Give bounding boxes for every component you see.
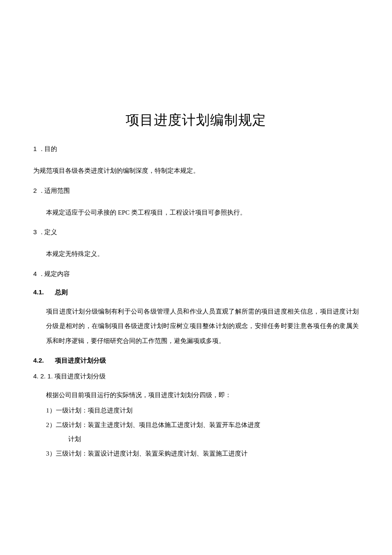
section-4-1-heading: 4.1.总则 — [33, 288, 359, 296]
document-page: 项目进度计划编制规定 1 .目的 为规范项目各级各类进度计划的编制深度，特制定本… — [0, 0, 392, 461]
paragraph-1: 为规范项目各级各类进度计划的编制深度，特制定本规定。 — [33, 163, 359, 178]
section-1-heading: 1 .目的 — [33, 145, 359, 153]
section-2-num: 2 — [33, 187, 37, 194]
paragraph-2: 本规定适应于公司承接的 EPC 类工程项目，工程设计项目可参照执行。 — [33, 205, 359, 220]
section-4-num: 4 — [33, 270, 37, 277]
list-item-2-line1: 2）二级计划：装置主进度计划、项目总体施工进度计划、装置开车总体进度 — [46, 421, 260, 428]
section-3-num: 3 — [33, 228, 37, 235]
section-2-label: 适用范围 — [44, 187, 70, 194]
list-item-2: 2）二级计划：装置主进度计划、项目总体施工进度计划、装置开车总体进度 计划 — [33, 418, 359, 447]
section-2-heading: 2 .适用范围 — [33, 187, 359, 195]
section-1-label: 目的 — [44, 145, 57, 152]
list-item-2-line2: 计划 — [46, 432, 359, 447]
section-4-2-heading: 4.2.项目进度计划分级 — [33, 357, 359, 365]
section-4-2-num: 4.2. — [33, 357, 44, 364]
section-3-dot: . — [41, 229, 43, 235]
section-4-dot: . — [41, 270, 43, 277]
section-1-num: 1 — [33, 145, 37, 152]
section-3-label: 定义 — [44, 229, 57, 235]
section-2-dot: . — [41, 187, 43, 194]
section-1-dot: . — [41, 145, 43, 152]
section-4-1-label: 总则 — [55, 289, 68, 296]
paragraph-4-1: 项目进度计划分级编制有利于公司各级管理人员和作业人员直观了解所需的项目进度相关信… — [33, 304, 359, 349]
paragraph-4-2-1: 根据公司目前项目运行的实际情况，项目进度计划划分四级，即： — [33, 388, 359, 403]
list-item-3: 3）三级计划：装置设计进度计划、装置采购进度计划、装置施工进度计 — [33, 447, 359, 461]
paragraph-3: 本规定无特殊定义。 — [33, 247, 359, 262]
document-title: 项目进度计划编制规定 — [33, 111, 359, 130]
section-4-1-num: 4.1. — [33, 288, 44, 296]
list-item-1: 1）一级计划：项目总进度计划 — [33, 404, 359, 418]
section-4-heading: 4 .规定内容 — [33, 270, 359, 278]
section-4-label: 规定内容 — [44, 270, 70, 277]
section-4-2-1-heading: 4. 2. 1. 项目进度计划分级 — [33, 372, 359, 381]
section-4-2-label: 项目进度计划分级 — [55, 357, 106, 364]
section-3-heading: 3 .定义 — [33, 228, 359, 236]
